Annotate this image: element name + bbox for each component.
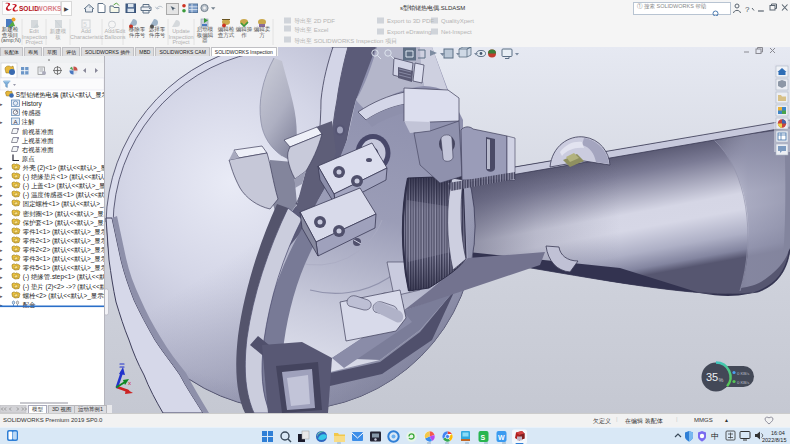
svg-text:x: x <box>128 380 131 386</box>
svg-text:导出至 Excel: 导出至 Excel <box>294 26 328 33</box>
svg-text:导出至 SOLIDWORKS Inspection 项目: 导出至 SOLIDWORKS Inspection 项目 <box>294 37 397 45</box>
svg-text:%: % <box>719 377 724 383</box>
svg-text:35: 35 <box>706 371 718 383</box>
svg-text:中: 中 <box>711 432 719 441</box>
svg-text:?: ? <box>745 5 750 14</box>
svg-text:2022/8/15: 2022/8/15 <box>762 437 786 443</box>
svg-text:Export to 3D PDF: Export to 3D PDF <box>387 18 434 24</box>
svg-text:S: S <box>481 434 486 441</box>
svg-text:WORKS: WORKS <box>37 5 63 12</box>
svg-text:QualityXpert: QualityXpert <box>441 18 474 24</box>
svg-text:0 KB/s: 0 KB/s <box>737 380 749 385</box>
svg-text:0 KB/s: 0 KB/s <box>737 371 749 376</box>
svg-text:5: 5 <box>83 21 87 28</box>
svg-text:Export eDrawing: Export eDrawing <box>387 29 431 35</box>
svg-text:导出至 2D PDF: 导出至 2D PDF <box>294 17 335 24</box>
svg-text:Net-Inspect: Net-Inspect <box>441 29 472 35</box>
svg-text:W: W <box>498 434 505 441</box>
svg-text:16:04: 16:04 <box>771 430 785 436</box>
